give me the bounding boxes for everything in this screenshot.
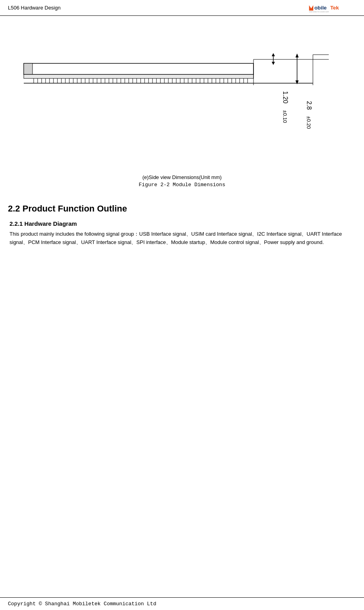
svg-marker-72 xyxy=(295,80,299,84)
mobiletek-logo-icon: obile Tek smart solution for a smarter w… xyxy=(309,2,356,13)
header-logo: obile Tek smart solution for a smarter w… xyxy=(309,2,356,13)
svg-rect-5 xyxy=(24,63,32,74)
diagram-svg-container: 1.20 ±0.10 2.8 ±0.20 xyxy=(12,28,353,170)
svg-text:obile: obile xyxy=(314,5,327,11)
header-title: L506 Hardware Design xyxy=(8,5,61,11)
page-footer: Copyright © Shanghai Mobiletek Communica… xyxy=(0,597,364,610)
svg-marker-69 xyxy=(272,62,275,65)
svg-text:1.20: 1.20 xyxy=(282,91,289,103)
svg-marker-0 xyxy=(309,5,313,10)
page-header: L506 Hardware Design obile Tek smart sol… xyxy=(0,0,364,16)
section-2-2-1-heading: 2.2.1 Hardware Diagram xyxy=(8,220,356,227)
section-2-2: 2.2 Product Function Outline 2.2.1 Hardw… xyxy=(8,204,356,247)
page-container: L506 Hardware Design obile Tek smart sol… xyxy=(0,0,364,610)
section-2-2-heading: 2.2 Product Function Outline xyxy=(8,204,356,214)
svg-rect-7 xyxy=(24,74,253,78)
svg-marker-73 xyxy=(295,53,299,57)
svg-text:±0.20: ±0.20 xyxy=(306,116,312,129)
svg-rect-4 xyxy=(24,63,253,74)
svg-text:2.8: 2.8 xyxy=(306,101,313,110)
hardware-diagram-body-text: This product mainly includes the followi… xyxy=(8,230,356,247)
svg-text:smart solution for a smarter w: smart solution for a smarter world xyxy=(309,11,329,12)
dimension-diagram-svg: 1.20 ±0.10 2.8 ±0.20 xyxy=(12,28,353,170)
footer-copyright-text: Copyright © Shanghai Mobiletek Communica… xyxy=(8,601,156,607)
svg-text:±0.10: ±0.10 xyxy=(282,110,288,123)
figure-caption-line2: Figure 2-2 Module Dimensions xyxy=(139,182,225,188)
diagram-area: 1.20 ±0.10 2.8 ±0.20 (e)Side view Dimens… xyxy=(8,20,356,192)
svg-text:Tek: Tek xyxy=(330,5,339,11)
section-2-2-1: 2.2.1 Hardware Diagram This product main… xyxy=(8,220,356,247)
svg-marker-70 xyxy=(272,53,275,56)
main-content: 1.20 ±0.10 2.8 ±0.20 (e)Side view Dimens… xyxy=(0,16,364,255)
figure-caption-line1: (e)Side view Dimensions(Unit mm) xyxy=(142,174,221,180)
